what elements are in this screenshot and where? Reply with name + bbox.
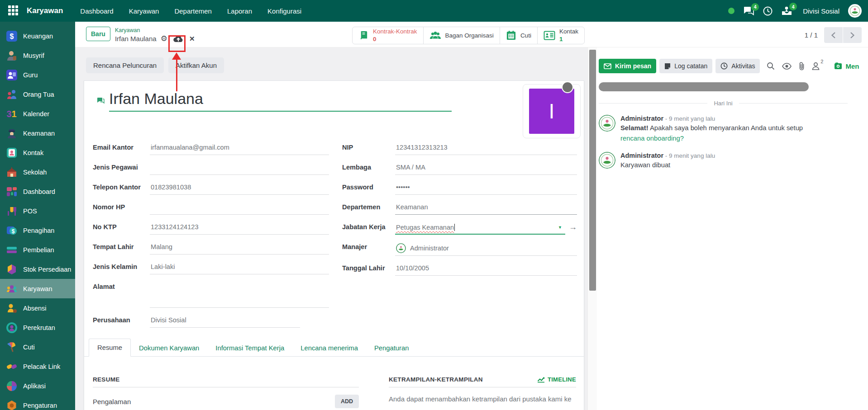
field-no-ktp: No KTP 1233124124123 <box>93 222 329 235</box>
sidebar-item-keuangan[interactable]: $Keuangan <box>0 26 75 46</box>
dashboard-icon <box>6 186 18 198</box>
sidebar-item-pengaturan[interactable]: Pengaturan <box>0 396 75 410</box>
nomor-hp-input[interactable] <box>150 202 329 215</box>
pager-next-button[interactable] <box>843 27 862 43</box>
stat-button-contact[interactable]: Kontak1 <box>537 27 584 44</box>
following-button[interactable]: Men <box>834 62 859 70</box>
tab-lencana-menerima[interactable]: Lencana menerima <box>292 339 366 357</box>
sidebar-item-pelacak-link[interactable]: Pelacak Link <box>0 357 75 376</box>
menu-dashboard[interactable]: Dashboard <box>80 7 113 15</box>
breadcrumb-parent[interactable]: Karyawan <box>115 27 195 34</box>
tanggal-lahir-input[interactable]: 10/10/2005 <box>395 263 577 276</box>
message-author-avatar <box>599 152 615 169</box>
stat-button-timeoff[interactable]: Cuti <box>500 27 537 44</box>
sidebar-item-cuti[interactable]: Cuti <box>0 337 75 357</box>
sidebar-item-pos[interactable]: POS <box>0 201 75 221</box>
field-jenis-pegawai: Jenis Pegawai <box>93 162 329 175</box>
sidebar-item-orang-tua[interactable]: Orang Tua <box>0 85 75 104</box>
lembaga-input[interactable]: SMA / MA <box>395 162 577 175</box>
employees-icon <box>6 283 18 295</box>
sidebar-item-pembelian[interactable]: Pembelian <box>0 240 75 259</box>
company-switcher[interactable]: Divisi Sosial <box>803 7 839 15</box>
launch-plan-button[interactable]: Rencana Peluncuran <box>86 57 164 73</box>
jenis-pegawai-input[interactable] <box>150 162 329 175</box>
paperclip-icon[interactable] <box>799 62 805 71</box>
jenis-kelamin-input[interactable]: Laki-laki <box>150 262 329 274</box>
internal-link-arrow-icon[interactable]: → <box>569 222 577 235</box>
messages-icon[interactable]: 4 <box>743 6 754 16</box>
new-record-button[interactable]: Baru <box>86 27 110 41</box>
followers-button[interactable]: 2 <box>812 62 820 70</box>
message-author[interactable]: Administrator <box>620 152 663 159</box>
settings-icon <box>6 400 18 410</box>
tab-pengaturan[interactable]: Pengaturan <box>366 339 417 357</box>
message-author[interactable]: Administrator <box>620 115 663 122</box>
alamat-input[interactable] <box>150 282 329 308</box>
inventory-icon <box>6 264 18 275</box>
activities-button[interactable]: Aktivitas <box>715 59 760 73</box>
no-ktp-input[interactable]: 1233124124123 <box>150 222 329 235</box>
activities-tray-icon[interactable]: 4 <box>781 6 792 16</box>
tab-dokumen-karyawan[interactable]: Dokumen Karyawan <box>131 339 207 357</box>
email-kantor-input[interactable]: irfanmaualana@gmail.com <box>150 142 329 155</box>
jabatan-kerja-input[interactable]: Petugas Keamanan ▼ <box>395 222 565 235</box>
log-note-button[interactable]: Log catatan <box>659 59 712 73</box>
teacher-icon <box>6 69 18 81</box>
add-experience-button[interactable]: ADD <box>335 395 359 408</box>
gear-icon[interactable]: ⚙ <box>161 35 167 42</box>
tempat-lahir-input[interactable]: Malang <box>150 242 329 254</box>
search-message-icon[interactable] <box>767 62 775 70</box>
chevron-down-icon[interactable]: ▼ <box>558 225 564 230</box>
sidebar-item-guru[interactable]: Guru <box>0 65 75 85</box>
sidebar-item-musyrif[interactable]: Musyrif <box>0 46 75 65</box>
send-message-button[interactable]: Kirim pesan <box>599 59 656 73</box>
text-cursor <box>454 224 455 231</box>
employee-avatar[interactable]: I <box>529 89 574 134</box>
skills-section-header: KETRAMPILAN-KETRAMPILAN TIMELINE <box>389 376 576 387</box>
sidebar-item-keamanan[interactable]: Keamanan <box>0 123 75 143</box>
telepon-kantor-input[interactable]: 01823981038 <box>150 182 329 195</box>
sidebar-item-penagihan[interactable]: $Penagihan <box>0 221 75 240</box>
nip-input[interactable]: 12341312313213 <box>395 142 577 155</box>
sidebar-item-sekolah[interactable]: Sekolah <box>0 162 75 182</box>
sidebar-item-dashboard[interactable]: Dashboard <box>0 182 75 201</box>
sidebar-item-karyawan[interactable]: Karyawan <box>0 279 75 298</box>
main-scrollbar-track[interactable] <box>587 47 597 410</box>
employee-name-input[interactable]: Irfan Maulana <box>109 90 452 108</box>
loading-skeleton-bar <box>599 82 809 91</box>
stat-button-contracts[interactable]: Kontrak-Kontrak0 <box>353 27 423 44</box>
chatter-message: Administrator - 9 menit yang lalu Karyaw… <box>599 152 868 170</box>
menu-laporan[interactable]: Laporan <box>227 7 252 15</box>
sidebar-item-perekrutan[interactable]: Perekrutan <box>0 318 75 337</box>
sidebar-item-kontak[interactable]: Kontak <box>0 143 75 162</box>
top-navbar: Karyawan Dashboard Karyawan Departemen L… <box>0 0 868 22</box>
onboarding-plan-link[interactable]: rencana onboarding? <box>620 135 684 142</box>
tab-resume[interactable]: Resume <box>89 339 131 357</box>
perusahaan-input[interactable]: Divisi Sosial <box>150 315 300 328</box>
discard-icon[interactable]: ✕ <box>189 34 195 43</box>
clock-icon <box>720 62 728 70</box>
timeline-link[interactable]: TIMELINE <box>537 376 576 383</box>
sidebar-item-kalender[interactable]: 31Kalender <box>0 104 75 123</box>
main-scrollbar-thumb[interactable] <box>589 50 596 291</box>
user-avatar[interactable] <box>848 4 862 18</box>
departemen-input[interactable]: Keamanan <box>395 202 577 215</box>
menu-departemen[interactable]: Departemen <box>174 7 212 15</box>
pager-previous-button[interactable] <box>824 27 843 43</box>
field-lembaga: Lembaga SMA / MA <box>342 162 577 175</box>
field-alamat: Alamat <box>93 282 329 308</box>
stat-button-org-chart[interactable]: Bagan Organisasi <box>423 27 500 44</box>
app-sidebar: $Keuangan Musyrif Guru Orang Tua 31Kalen… <box>0 22 75 410</box>
apps-menu-icon[interactable] <box>8 5 19 16</box>
menu-konfigurasi[interactable]: Konfigurasi <box>267 7 301 15</box>
sidebar-item-absensi[interactable]: Absensi <box>0 298 75 318</box>
menu-karyawan[interactable]: Karyawan <box>129 7 159 15</box>
tab-informasi-tempat-kerja[interactable]: Informasi Tempat Kerja <box>207 339 292 357</box>
sidebar-item-aplikasi[interactable]: Aplikasi <box>0 376 75 396</box>
manajer-input[interactable]: Administrator <box>395 242 577 256</box>
sidebar-item-stok[interactable]: Stok Persediaan <box>0 259 75 279</box>
password-input[interactable]: •••••• <box>395 182 577 195</box>
resume-section-header: RESUME <box>93 376 359 387</box>
clock-icon[interactable] <box>763 6 773 16</box>
eye-icon[interactable] <box>782 63 792 70</box>
